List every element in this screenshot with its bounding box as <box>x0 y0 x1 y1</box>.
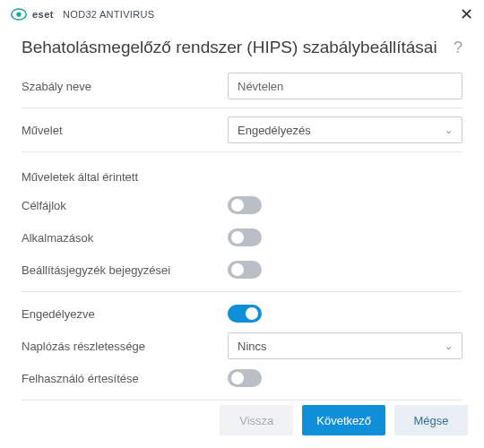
product-name: NOD32 ANTIVIRUS <box>63 9 154 20</box>
back-button[interactable]: Vissza <box>220 405 293 435</box>
footer: Vissza Következő Mégse <box>0 392 484 448</box>
notify-toggle[interactable] <box>228 369 262 387</box>
help-icon[interactable]: ? <box>454 39 462 57</box>
enabled-toggle[interactable] <box>228 305 262 323</box>
row-log-level: Naplózás részletessége Nincs ⌄ <box>22 330 462 362</box>
cancel-button[interactable]: Mégse <box>394 405 468 435</box>
titlebar: eset NOD32 ANTIVIRUS ✕ <box>0 0 484 29</box>
row-target-files: Célfájlok <box>22 189 462 221</box>
divider <box>22 108 462 108</box>
action-select-value: Engedélyezés <box>238 124 311 137</box>
row-enabled: Engedélyezve <box>22 297 462 330</box>
target-files-toggle[interactable] <box>228 196 262 214</box>
label-rule-name: Szabály neve <box>22 80 228 93</box>
action-select[interactable]: Engedélyezés ⌄ <box>228 116 462 143</box>
label-notify: Felhasználó értesítése <box>22 372 228 385</box>
close-icon[interactable]: ✕ <box>460 6 473 22</box>
row-notify: Felhasználó értesítése <box>22 362 462 394</box>
registry-toggle[interactable] <box>228 261 262 279</box>
chevron-down-icon: ⌄ <box>445 125 453 136</box>
next-button[interactable]: Következő <box>302 405 385 435</box>
log-level-select[interactable]: Nincs ⌄ <box>228 332 462 359</box>
label-target-files: Célfájlok <box>22 199 228 212</box>
divider <box>22 291 462 292</box>
label-registry: Beállításjegyzék bejegyzései <box>22 263 228 277</box>
eset-logo-icon <box>11 6 27 22</box>
page-header: Behatolásmegelőző rendszer (HIPS) szabál… <box>0 29 484 70</box>
label-action: Művelet <box>22 124 228 137</box>
row-registry: Beállításjegyzék bejegyzései <box>22 254 462 286</box>
log-level-value: Nincs <box>238 340 267 353</box>
divider <box>22 151 462 152</box>
row-rule-name: Szabály neve <box>22 70 462 102</box>
section-affected: Műveletek által érintett <box>22 158 462 189</box>
row-applications: Alkalmazások <box>22 221 462 254</box>
brand-name: eset <box>32 9 54 20</box>
label-enabled: Engedélyezve <box>22 307 228 321</box>
rule-name-input[interactable] <box>228 73 462 99</box>
applications-toggle[interactable] <box>228 228 262 246</box>
page-title: Behatolásmegelőző rendszer (HIPS) szabál… <box>22 38 437 57</box>
label-applications: Alkalmazások <box>22 231 228 245</box>
label-log-level: Naplózás részletessége <box>22 340 228 353</box>
chevron-down-icon: ⌄ <box>445 340 453 352</box>
app-logo: eset NOD32 ANTIVIRUS <box>11 6 154 22</box>
row-action: Művelet Engedélyezés ⌄ <box>22 114 462 146</box>
svg-point-1 <box>16 12 21 16</box>
